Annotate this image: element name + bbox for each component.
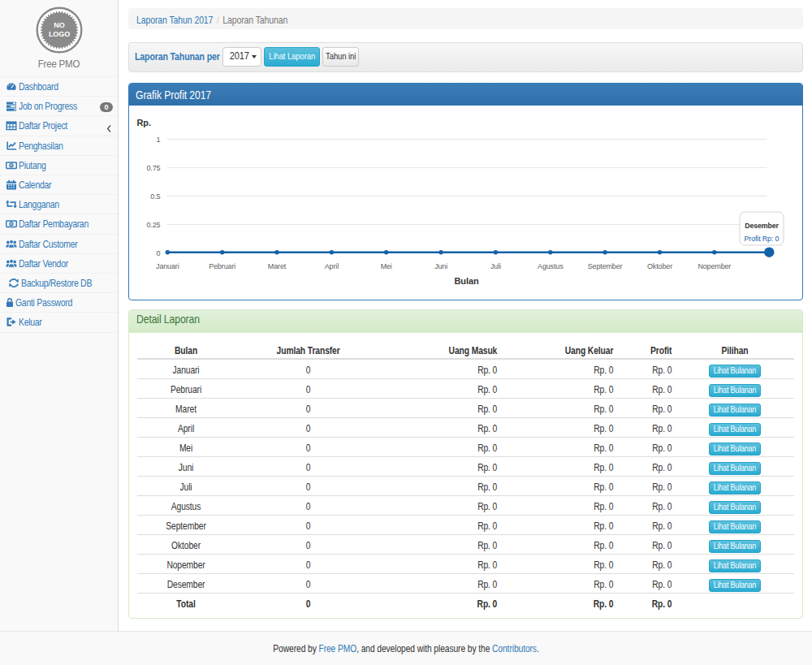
svg-text:Maret: Maret	[268, 262, 287, 270]
svg-text:Juni: Juni	[434, 262, 447, 270]
svg-text:0.75: 0.75	[146, 164, 160, 172]
svg-text:Nopember: Nopember	[698, 262, 731, 270]
svg-text:Oktober: Oktober	[647, 262, 672, 270]
svg-text:LOGO: LOGO	[48, 30, 69, 38]
svg-text:0.25: 0.25	[146, 221, 160, 229]
svg-text:NO: NO	[54, 21, 64, 29]
svg-text:Juli: Juli	[490, 262, 501, 270]
svg-text:Rp.: Rp.	[137, 118, 151, 127]
svg-text:Bulan: Bulan	[454, 276, 478, 286]
svg-text:September: September	[588, 262, 623, 270]
svg-text:Agustus: Agustus	[538, 262, 564, 270]
svg-text:Profit Rp: 0: Profit Rp: 0	[745, 235, 780, 243]
svg-text:Desember: Desember	[745, 222, 779, 230]
svg-text:0.5: 0.5	[150, 192, 160, 201]
svg-text:Pebruari: Pebruari	[209, 262, 235, 270]
svg-text:April: April	[325, 262, 339, 270]
svg-text:Mei: Mei	[381, 262, 392, 270]
svg-text:Januari: Januari	[156, 262, 179, 270]
svg-text:0: 0	[157, 249, 161, 257]
svg-text:1: 1	[157, 136, 161, 144]
